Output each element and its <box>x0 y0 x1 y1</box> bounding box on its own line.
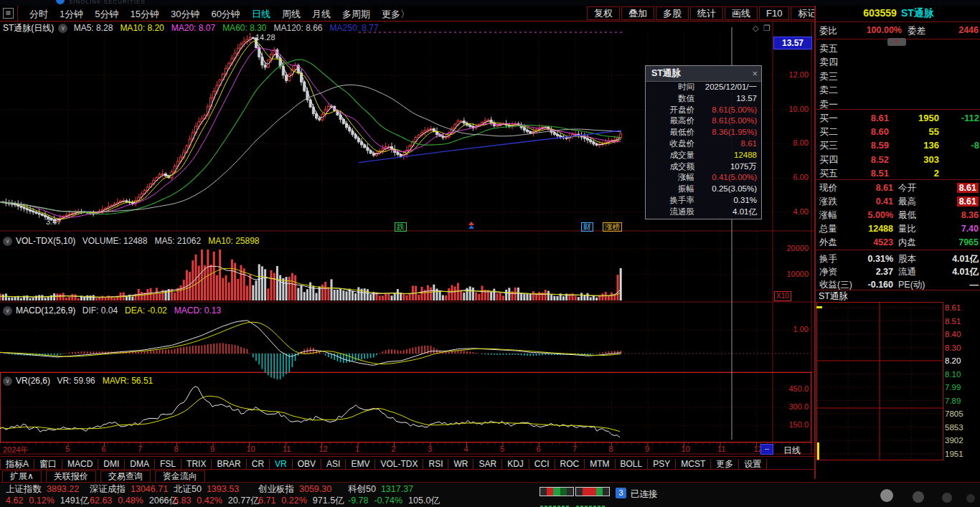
index-深证成指[interactable]: 深证成指13046.7162.630.48%2066亿 <box>90 483 172 507</box>
tab-OBV[interactable]: OBV <box>293 459 321 470</box>
pane-maximize-icon[interactable]: ◇ <box>753 24 758 33</box>
vr-header: ∨VR(26,6) VR: 59.96MAVR: 56.51 <box>3 375 160 387</box>
collapse-icon[interactable]: ∨ <box>3 237 12 246</box>
ext-资金流向[interactable]: 资金流向 <box>155 470 205 483</box>
sell-level-卖二[interactable]: 卖二 <box>816 83 980 97</box>
info-popup[interactable]: ST通脉 × 时间2025/12/01/一数值13.57开盘价8.61(5.00… <box>645 65 762 219</box>
index-北证50[interactable]: 北证501393.535.830.42%20.77亿 <box>174 483 256 507</box>
quote-panel-header[interactable]: 603559ST通脉 <box>816 7 980 20</box>
collapse-handle[interactable]: ∨ <box>887 38 906 46</box>
gauge-segment <box>576 488 583 496</box>
year-label: 2024年 <box>3 445 28 455</box>
popup-row-value: 8.61 <box>694 138 757 150</box>
info-row: 换手0.31%股本4.01亿 <box>816 252 980 266</box>
tab-CR[interactable]: CR <box>247 459 270 470</box>
tab-EMV[interactable]: EMV <box>346 459 375 470</box>
layout-icon[interactable]: ▦ <box>3 8 14 19</box>
collapse-icon[interactable]: ∨ <box>3 306 12 316</box>
toolbar-button-统计[interactable]: 统计 <box>690 6 723 20</box>
close-icon[interactable]: × <box>752 68 758 79</box>
tab-VOL-TDX[interactable]: VOL-TDX <box>375 459 423 470</box>
tab-ROC[interactable]: ROC <box>555 459 585 470</box>
tab-DMI[interactable]: DMI <box>98 459 125 470</box>
month-label: 9 <box>210 445 215 453</box>
popup-row-value: 8.61(5.00%) <box>694 105 757 116</box>
event-badge-跌[interactable]: 跌 <box>395 222 407 232</box>
toolbar-button-画线[interactable]: 画线 <box>725 6 758 20</box>
period-1分钟[interactable]: 1分钟 <box>54 6 89 22</box>
tab-ASI[interactable]: ASI <box>321 459 346 470</box>
period-更多〉[interactable]: 更多〉 <box>376 6 415 22</box>
period-多周期[interactable]: 多周期 <box>336 6 376 22</box>
tab-MCST[interactable]: MCST <box>676 459 711 470</box>
event-badge-涨榜[interactable]: 涨榜 <box>603 222 622 232</box>
tab-窗口[interactable]: 窗口 <box>34 459 62 470</box>
tab-SAR[interactable]: SAR <box>473 459 502 470</box>
period-月线[interactable]: 月线 <box>306 6 336 22</box>
level-label: 买三 <box>819 138 838 152</box>
pane-window-icon[interactable]: ❐ <box>763 24 771 33</box>
ext-交易查询[interactable]: 交易查询 <box>100 470 151 483</box>
buy-level-买二[interactable]: 买二8.6055 <box>816 125 980 138</box>
tab-KDJ[interactable]: KDJ <box>502 459 529 470</box>
period-日线[interactable]: 日线 <box>246 6 276 22</box>
price-tick: 12.00 <box>776 70 809 79</box>
tab-MACD[interactable]: MACD <box>62 459 98 470</box>
tab-RSI[interactable]: RSI <box>423 459 448 470</box>
tab-MTM[interactable]: MTM <box>585 459 615 470</box>
tab-CCI[interactable]: CCI <box>529 459 555 470</box>
period-60分钟[interactable]: 60分钟 <box>205 6 245 22</box>
toolbar-button-叠加[interactable]: 叠加 <box>621 6 654 20</box>
tab-更多[interactable]: 更多 <box>711 459 739 470</box>
index-上证指数[interactable]: 上证指数3893.224.620.12%1491亿 <box>6 483 88 507</box>
toolbar-button-复权[interactable]: 复权 <box>587 6 620 20</box>
tab-指标A[interactable]: 指标A <box>0 459 34 470</box>
tab-WR[interactable]: WR <box>448 459 473 470</box>
intraday-mini-chart[interactable] <box>816 302 943 460</box>
collapse-icon[interactable]: ∨ <box>58 24 67 33</box>
tab-DMA[interactable]: DMA <box>125 459 155 470</box>
ext-关联报价[interactable]: 关联报价 <box>46 470 96 483</box>
toolbar-button-F10[interactable]: F10 <box>759 6 789 20</box>
period-周线[interactable]: 周线 <box>276 6 306 22</box>
period-30分钟[interactable]: 30分钟 <box>165 6 205 22</box>
month-label: 9 <box>645 445 649 453</box>
period-分时[interactable]: 分时 <box>24 6 54 22</box>
quote-value: 12488 <box>846 222 893 236</box>
connection-count-badge[interactable]: 3 <box>616 488 626 498</box>
info-label: 换手 <box>819 252 837 266</box>
collapse-icon[interactable]: ∨ <box>3 376 12 386</box>
tab-设置[interactable]: 设置 <box>739 459 767 470</box>
sell-level-卖三[interactable]: 卖三 <box>816 70 980 83</box>
mini-price-tick: 8.30 <box>945 343 979 353</box>
buy-level-买三[interactable]: 买三8.59136-8 <box>816 138 980 152</box>
tab-BOLL[interactable]: BOLL <box>616 459 649 470</box>
index-创业板指[interactable]: 创业板指3059.306.710.22%971.5亿 <box>258 483 341 507</box>
index-name: 深证成指 <box>90 484 126 494</box>
buy-level-买五[interactable]: 买五8.512 <box>816 166 980 180</box>
indicator-value: MAVR: 56.51 <box>103 376 153 386</box>
index-pct: 0.48% <box>118 496 143 506</box>
quote-value-text: 8.61 <box>957 196 979 207</box>
tab-TRIX[interactable]: TRIX <box>182 459 212 470</box>
sell-level-卖四[interactable]: 卖四 <box>816 55 980 69</box>
popup-row-label: 收盘价 <box>650 138 694 150</box>
toolbar-button-多股[interactable]: 多股 <box>656 6 689 20</box>
gauge-segment <box>547 488 553 496</box>
index-科创50[interactable]: 科创501317.37-9.78-0.74%105.0亿 <box>348 483 430 507</box>
tab-FSL[interactable]: FSL <box>155 459 182 470</box>
tab-VR[interactable]: VR <box>270 459 293 470</box>
tab-PSY[interactable]: PSY <box>648 459 676 470</box>
ext-扩展∧[interactable]: 扩展∧ <box>2 470 42 483</box>
period-15分钟[interactable]: 15分钟 <box>124 6 164 22</box>
buy-level-买一[interactable]: 买一8.611950-112 <box>816 111 980 125</box>
quote-row: 外盘4523内盘7965 <box>816 236 980 250</box>
level-delta: -8 <box>971 138 979 152</box>
buy-level-买四[interactable]: 买四8.52303 <box>816 153 980 166</box>
level-label: 卖二 <box>819 83 838 97</box>
index-row2: 4.620.12%1491亿 <box>6 495 89 507</box>
level-volume: 1950 <box>893 111 939 125</box>
period-5分钟[interactable]: 5分钟 <box>89 6 124 22</box>
tab-BRAR[interactable]: BRAR <box>212 459 246 470</box>
event-badge-财[interactable]: 财 <box>581 222 593 232</box>
